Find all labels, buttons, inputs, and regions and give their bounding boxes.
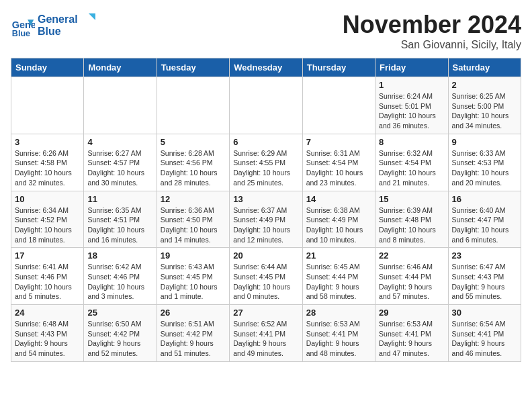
calendar-cell: 19Sunrise: 6:43 AM Sunset: 4:45 PM Dayli… (157, 248, 229, 305)
cell-info-text: Sunrise: 6:39 AM Sunset: 4:48 PM Dayligh… (379, 205, 444, 245)
week-row-0: 1Sunrise: 6:24 AM Sunset: 5:01 PM Daylig… (11, 77, 521, 134)
svg-text:Blue: Blue (12, 29, 30, 38)
cell-info-text: Sunrise: 6:52 AM Sunset: 4:41 PM Dayligh… (233, 319, 298, 359)
cell-day-number: 28 (306, 308, 371, 318)
calendar-cell: 14Sunrise: 6:38 AM Sunset: 4:49 PM Dayli… (302, 191, 375, 248)
calendar-table: SundayMondayTuesdayWednesdayThursdayFrid… (11, 58, 521, 362)
calendar-header: SundayMondayTuesdayWednesdayThursdayFrid… (11, 58, 521, 77)
cell-info-text: Sunrise: 6:27 AM Sunset: 4:57 PM Dayligh… (87, 148, 152, 188)
header-day-saturday: Saturday (448, 58, 521, 77)
svg-marker-6 (89, 13, 95, 20)
calendar-body: 1Sunrise: 6:24 AM Sunset: 5:01 PM Daylig… (11, 77, 521, 362)
logo-text: General Blue (38, 11, 98, 43)
cell-info-text: Sunrise: 6:37 AM Sunset: 4:49 PM Dayligh… (233, 205, 298, 245)
cell-info-text: Sunrise: 6:42 AM Sunset: 4:46 PM Dayligh… (87, 262, 152, 302)
calendar-cell: 22Sunrise: 6:46 AM Sunset: 4:44 PM Dayli… (375, 248, 448, 305)
calendar-cell (11, 77, 84, 134)
cell-day-number: 1 (379, 80, 444, 90)
header-day-wednesday: Wednesday (230, 58, 302, 77)
cell-info-text: Sunrise: 6:45 AM Sunset: 4:44 PM Dayligh… (306, 262, 371, 302)
cell-day-number: 17 (15, 250, 80, 261)
cell-info-text: Sunrise: 6:46 AM Sunset: 4:44 PM Dayligh… (379, 262, 444, 302)
cell-day-number: 4 (87, 137, 152, 147)
header-day-friday: Friday (375, 58, 448, 77)
cell-info-text: Sunrise: 6:24 AM Sunset: 5:01 PM Dayligh… (379, 91, 444, 131)
calendar-cell: 28Sunrise: 6:53 AM Sunset: 4:41 PM Dayli… (302, 305, 375, 362)
cell-day-number: 14 (306, 194, 371, 204)
calendar-cell: 27Sunrise: 6:52 AM Sunset: 4:41 PM Dayli… (230, 305, 302, 362)
cell-info-text: Sunrise: 6:51 AM Sunset: 4:42 PM Dayligh… (161, 319, 226, 359)
cell-day-number: 25 (87, 308, 152, 318)
cell-info-text: Sunrise: 6:28 AM Sunset: 4:56 PM Dayligh… (161, 148, 226, 188)
cell-day-number: 26 (161, 308, 226, 318)
calendar-cell: 1Sunrise: 6:24 AM Sunset: 5:01 PM Daylig… (375, 77, 448, 134)
week-row-2: 10Sunrise: 6:34 AM Sunset: 4:52 PM Dayli… (11, 191, 521, 248)
calendar-cell: 11Sunrise: 6:35 AM Sunset: 4:51 PM Dayli… (84, 191, 157, 248)
cell-day-number: 10 (15, 194, 80, 204)
calendar-cell: 5Sunrise: 6:28 AM Sunset: 4:56 PM Daylig… (157, 134, 229, 191)
cell-info-text: Sunrise: 6:29 AM Sunset: 4:55 PM Dayligh… (233, 148, 298, 188)
calendar-cell: 20Sunrise: 6:44 AM Sunset: 4:45 PM Dayli… (230, 248, 302, 305)
cell-day-number: 20 (233, 250, 298, 261)
calendar-cell: 24Sunrise: 6:48 AM Sunset: 4:43 PM Dayli… (11, 305, 84, 362)
cell-info-text: Sunrise: 6:50 AM Sunset: 4:42 PM Dayligh… (87, 319, 152, 359)
cell-info-text: Sunrise: 6:32 AM Sunset: 4:54 PM Dayligh… (379, 148, 444, 188)
cell-info-text: Sunrise: 6:33 AM Sunset: 4:53 PM Dayligh… (452, 148, 517, 188)
cell-info-text: Sunrise: 6:44 AM Sunset: 4:45 PM Dayligh… (233, 262, 298, 302)
page-header: General Blue General Blue November 2024 … (11, 11, 521, 51)
calendar-cell: 29Sunrise: 6:53 AM Sunset: 4:41 PM Dayli… (375, 305, 448, 362)
cell-day-number: 16 (452, 194, 517, 204)
cell-day-number: 19 (161, 250, 226, 261)
week-row-4: 24Sunrise: 6:48 AM Sunset: 4:43 PM Dayli… (11, 305, 521, 362)
cell-day-number: 18 (87, 250, 152, 261)
location-subtitle: San Giovanni, Sicily, Italy (343, 39, 521, 51)
cell-day-number: 2 (452, 80, 517, 90)
cell-info-text: Sunrise: 6:47 AM Sunset: 4:43 PM Dayligh… (452, 262, 517, 302)
header-day-thursday: Thursday (302, 58, 375, 77)
cell-day-number: 22 (379, 250, 444, 261)
cell-info-text: Sunrise: 6:53 AM Sunset: 4:41 PM Dayligh… (379, 319, 444, 359)
cell-info-text: Sunrise: 6:41 AM Sunset: 4:46 PM Dayligh… (15, 262, 80, 302)
cell-day-number: 3 (15, 137, 80, 147)
month-title: November 2024 (343, 11, 521, 39)
calendar-cell (157, 77, 229, 134)
calendar-cell: 13Sunrise: 6:37 AM Sunset: 4:49 PM Dayli… (230, 191, 302, 248)
cell-info-text: Sunrise: 6:43 AM Sunset: 4:45 PM Dayligh… (161, 262, 226, 302)
cell-info-text: Sunrise: 6:31 AM Sunset: 4:54 PM Dayligh… (306, 148, 371, 188)
cell-day-number: 11 (87, 194, 152, 204)
cell-info-text: Sunrise: 6:40 AM Sunset: 4:47 PM Dayligh… (452, 205, 517, 245)
cell-day-number: 24 (15, 308, 80, 318)
cell-day-number: 27 (233, 308, 298, 318)
cell-day-number: 6 (233, 137, 298, 147)
cell-info-text: Sunrise: 6:53 AM Sunset: 4:41 PM Dayligh… (306, 319, 371, 359)
cell-info-text: Sunrise: 6:36 AM Sunset: 4:50 PM Dayligh… (161, 205, 226, 245)
calendar-cell: 15Sunrise: 6:39 AM Sunset: 4:48 PM Dayli… (375, 191, 448, 248)
calendar-cell: 4Sunrise: 6:27 AM Sunset: 4:57 PM Daylig… (84, 134, 157, 191)
calendar-cell (230, 77, 302, 134)
calendar-cell: 26Sunrise: 6:51 AM Sunset: 4:42 PM Dayli… (157, 305, 229, 362)
week-row-1: 3Sunrise: 6:26 AM Sunset: 4:58 PM Daylig… (11, 134, 521, 191)
cell-info-text: Sunrise: 6:25 AM Sunset: 5:00 PM Dayligh… (452, 91, 517, 131)
calendar-cell: 3Sunrise: 6:26 AM Sunset: 4:58 PM Daylig… (11, 134, 84, 191)
calendar-cell: 7Sunrise: 6:31 AM Sunset: 4:54 PM Daylig… (302, 134, 375, 191)
calendar-cell: 30Sunrise: 6:54 AM Sunset: 4:41 PM Dayli… (448, 305, 521, 362)
calendar-cell: 2Sunrise: 6:25 AM Sunset: 5:00 PM Daylig… (448, 77, 521, 134)
cell-day-number: 30 (452, 308, 517, 318)
cell-info-text: Sunrise: 6:38 AM Sunset: 4:49 PM Dayligh… (306, 205, 371, 245)
cell-day-number: 12 (161, 194, 226, 204)
cell-info-text: Sunrise: 6:26 AM Sunset: 4:58 PM Dayligh… (15, 148, 80, 188)
cell-info-text: Sunrise: 6:35 AM Sunset: 4:51 PM Dayligh… (87, 205, 152, 245)
calendar-cell: 9Sunrise: 6:33 AM Sunset: 4:53 PM Daylig… (448, 134, 521, 191)
cell-day-number: 29 (379, 308, 444, 318)
calendar-cell: 18Sunrise: 6:42 AM Sunset: 4:46 PM Dayli… (84, 248, 157, 305)
calendar-cell: 23Sunrise: 6:47 AM Sunset: 4:43 PM Dayli… (448, 248, 521, 305)
cell-day-number: 23 (452, 250, 517, 261)
logo-icon: General Blue (11, 15, 35, 39)
cell-day-number: 13 (233, 194, 298, 204)
calendar-cell: 25Sunrise: 6:50 AM Sunset: 4:42 PM Dayli… (84, 305, 157, 362)
cell-info-text: Sunrise: 6:48 AM Sunset: 4:43 PM Dayligh… (15, 319, 80, 359)
week-row-3: 17Sunrise: 6:41 AM Sunset: 4:46 PM Dayli… (11, 248, 521, 305)
cell-day-number: 8 (379, 137, 444, 147)
calendar-cell (302, 77, 375, 134)
cell-day-number: 5 (161, 137, 226, 147)
